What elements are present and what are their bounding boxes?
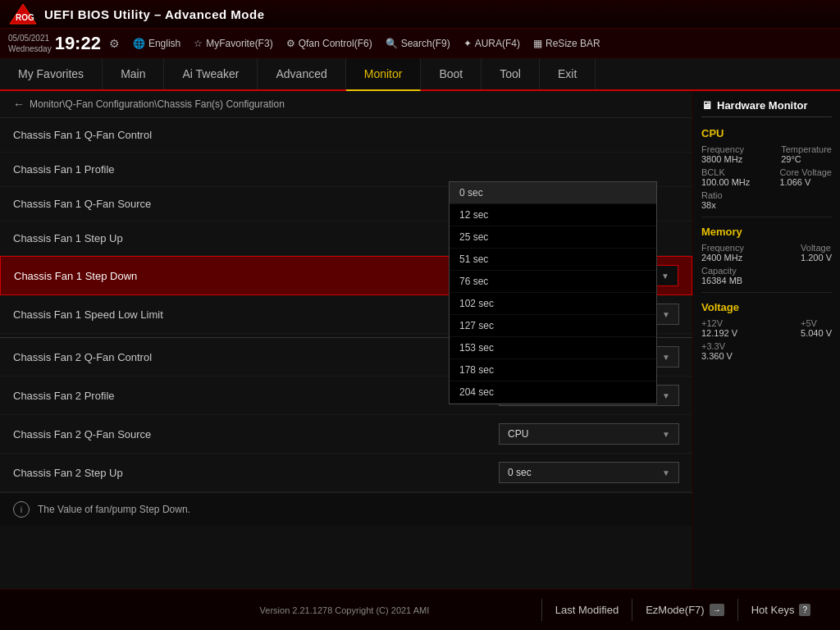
hw-bclk-value: 100.00 MHz — [701, 177, 750, 187]
chevron-down-icon: ▼ — [662, 468, 670, 477]
fan-icon: ⚙ — [286, 38, 295, 49]
hw-temp-label: Temperature — [781, 144, 832, 154]
info-icon: i — [13, 501, 30, 518]
hw-memory-section: Memory — [701, 226, 832, 238]
hw-mem-freq-label: Frequency — [701, 243, 744, 253]
dropdown-item-25sec[interactable]: 25 sec — [450, 226, 656, 249]
ez-mode-button[interactable]: EzMode(F7) → — [632, 599, 737, 621]
hw-ratio-label: Ratio — [701, 190, 723, 200]
nav-item-favorites[interactable]: My Favorites — [0, 58, 103, 89]
nav-item-ai-tweaker[interactable]: Ai Tweaker — [164, 58, 258, 89]
hw-bclk-label: BCLK — [701, 167, 750, 177]
nav-item-monitor[interactable]: Monitor — [346, 58, 422, 91]
step-down-dropdown-list[interactable]: 0 sec 12 sec 25 sec 51 sec 76 sec 102 se… — [449, 181, 657, 404]
hw-mem-freq-value: 2400 MHz — [701, 253, 744, 262]
nav-item-exit[interactable]: Exit — [540, 58, 596, 89]
hardware-monitor-panel: 🖥 Hardware Monitor CPU Frequency 3800 MH… — [692, 91, 840, 589]
hw-freq-label: Frequency — [701, 144, 744, 154]
hot-keys-label: Hot Keys — [751, 604, 795, 616]
aura-button[interactable]: ✦ AURA(F4) — [463, 38, 520, 49]
hw-divider-1 — [701, 217, 832, 217]
row-label: Chassis Fan 2 Profile — [13, 390, 115, 402]
settings-container: Chassis Fan 1 Q-Fan Control Chassis Fan … — [0, 118, 692, 492]
last-modified-button[interactable]: Last Modified — [541, 599, 632, 621]
hw-divider-2 — [701, 292, 832, 293]
ez-mode-label: EzMode(F7) — [646, 604, 705, 616]
dropdown-item-51sec[interactable]: 51 sec — [450, 249, 656, 271]
row-chassis-fan2-source[interactable]: Chassis Fan 2 Q-Fan Source CPU ▼ — [0, 415, 692, 454]
chevron-down-icon: ▼ — [662, 353, 670, 362]
nav-item-advanced[interactable]: Advanced — [258, 58, 345, 89]
hot-keys-button[interactable]: Hot Keys ? — [737, 599, 824, 621]
datetime-area: 05/05/2021Wednesday 19:22 ⚙ — [8, 33, 120, 54]
hw-12v-5v: +12V 12.192 V +5V 5.040 V — [701, 318, 832, 338]
search-button[interactable]: 🔍 Search(F9) — [386, 38, 450, 49]
star-icon: ☆ — [194, 38, 203, 49]
settings-icon[interactable]: ⚙ — [109, 37, 120, 50]
dropdown-value: CPU — [508, 428, 528, 440]
hot-keys-icon: ? — [799, 604, 810, 616]
search-icon: 🔍 — [386, 38, 398, 49]
back-button[interactable]: ← — [13, 98, 25, 111]
hw-33v-value: 3.360 V — [701, 351, 733, 361]
hw-mem-freq-voltage: Frequency 2400 MHz Voltage 1.200 V — [701, 243, 832, 262]
hw-monitor-title: 🖥 Hardware Monitor — [701, 99, 832, 117]
dropdown-value: 0 sec — [508, 467, 532, 478]
hw-cpu-ratio: Ratio 38x — [701, 190, 832, 210]
fan2-stepup-dropdown[interactable]: 0 sec ▼ — [499, 462, 679, 483]
rog-logo-icon: ROG — [8, 2, 38, 25]
row-label: Chassis Fan 2 Step Up — [13, 467, 123, 479]
time-display: 19:22 — [55, 33, 101, 54]
footer-buttons: Last Modified EzMode(F7) → Hot Keys ? — [541, 599, 824, 621]
dropdown-item-76sec[interactable]: 76 sec — [450, 271, 656, 293]
svg-text:ROG: ROG — [16, 13, 34, 22]
nav-item-boot[interactable]: Boot — [421, 58, 482, 89]
nav-item-tool[interactable]: Tool — [482, 58, 540, 89]
qfan-button[interactable]: ⚙ Qfan Control(F6) — [286, 38, 372, 49]
dropdown-item-204sec[interactable]: 204 sec — [450, 381, 656, 404]
dropdown-item-178sec[interactable]: 178 sec — [450, 359, 656, 381]
aura-icon: ✦ — [463, 38, 472, 49]
toolbar: 05/05/2021Wednesday 19:22 ⚙ 🌐 English ☆ … — [0, 29, 840, 58]
row-label: Chassis Fan 1 Step Up — [13, 232, 123, 244]
hw-5v-value: 5.040 V — [801, 328, 832, 338]
hw-33v-label: +3.3V — [701, 341, 733, 351]
info-bar: i The Value of fan/pump Step Down. — [0, 492, 692, 526]
hw-mem-volt-label: Voltage — [801, 243, 832, 253]
row-label: Chassis Fan 1 Profile — [13, 163, 115, 176]
content-area: ← Monitor\Q-Fan Configuration\Chassis Fa… — [0, 91, 692, 589]
hw-mem-volt-value: 1.200 V — [801, 253, 832, 262]
row-label: Chassis Fan 1 Step Down — [14, 270, 137, 282]
row-label: Chassis Fan 1 Speed Low Limit — [13, 308, 163, 321]
row-label: Chassis Fan 2 Q-Fan Source — [13, 428, 151, 441]
dropdown-item-153sec[interactable]: 153 sec — [450, 337, 656, 359]
nav-item-main[interactable]: Main — [103, 58, 164, 89]
row-label: Chassis Fan 1 Q-Fan Source — [13, 198, 151, 210]
rebar-button[interactable]: ▦ ReSize BAR — [533, 38, 600, 49]
hw-33v: +3.3V 3.360 V — [701, 341, 832, 361]
hw-mem-capacity: Capacity 16384 MB — [701, 266, 832, 285]
chevron-down-icon: ▼ — [662, 391, 670, 400]
chevron-down-icon: ▼ — [661, 272, 669, 281]
my-favorite-button[interactable]: ☆ MyFavorite(F3) — [194, 38, 272, 49]
hw-ratio-value: 38x — [701, 200, 723, 210]
row-label: Chassis Fan 2 Q-Fan Control — [13, 351, 152, 363]
hw-corevolt-label: Core Voltage — [779, 167, 832, 177]
hw-voltage-section: Voltage — [701, 301, 832, 313]
dropdown-item-12sec[interactable]: 12 sec — [450, 204, 656, 226]
fan2-source-dropdown[interactable]: CPU ▼ — [499, 423, 679, 445]
version-text: Version 2.21.1278 Copyright (C) 2021 AMI — [260, 605, 430, 615]
header: ROG UEFI BIOS Utility – Advanced Mode — [0, 0, 840, 29]
globe-icon: 🌐 — [133, 38, 145, 49]
row-chassis-fan2-step-up[interactable]: Chassis Fan 2 Step Up 0 sec ▼ — [0, 454, 692, 492]
rebar-icon: ▦ — [533, 38, 542, 49]
info-text: The Value of fan/pump Step Down. — [38, 504, 190, 515]
dropdown-item-127sec[interactable]: 127 sec — [450, 315, 656, 337]
app-title: UEFI BIOS Utility – Advanced Mode — [44, 7, 832, 21]
row-chassis-fan1-qfan-control[interactable]: Chassis Fan 1 Q-Fan Control — [0, 118, 692, 153]
chevron-down-icon: ▼ — [662, 310, 670, 319]
dropdown-item-102sec[interactable]: 102 sec — [450, 293, 656, 315]
date-display: 05/05/2021Wednesday — [8, 33, 52, 54]
dropdown-item-0sec[interactable]: 0 sec — [450, 182, 656, 204]
language-selector[interactable]: 🌐 English — [133, 38, 180, 49]
